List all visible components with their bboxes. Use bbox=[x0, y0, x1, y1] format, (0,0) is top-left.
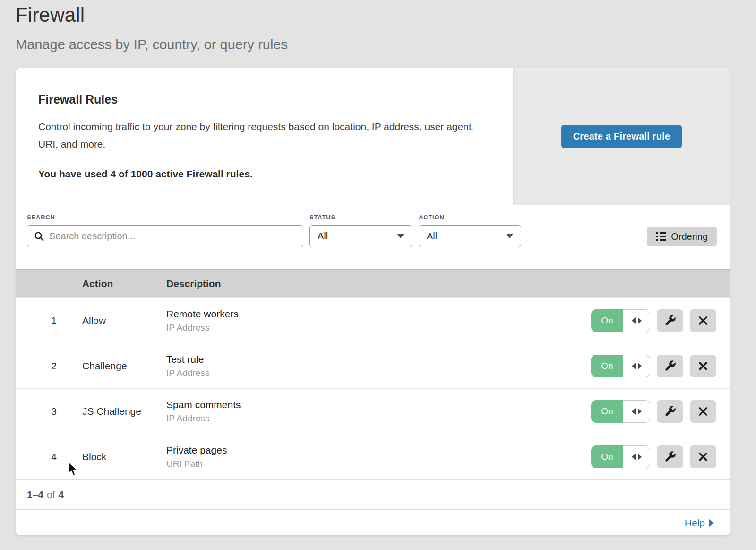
wrench-icon bbox=[664, 405, 677, 418]
arrow-right-icon bbox=[638, 454, 642, 460]
rule-action: Challenge bbox=[82, 343, 127, 389]
toggle-on-label: On bbox=[591, 355, 623, 377]
delete-rule-button[interactable] bbox=[690, 309, 716, 332]
arrow-right-icon bbox=[709, 519, 714, 527]
ordering-button-label: Ordering bbox=[671, 231, 708, 242]
pagination-range: 1–4 bbox=[27, 489, 43, 500]
firewall-rules-card: Firewall Rules Control incoming traffic … bbox=[16, 68, 730, 536]
arrow-left-icon bbox=[632, 317, 636, 324]
column-header-description: Description bbox=[166, 270, 221, 298]
card-footer: Help bbox=[16, 509, 730, 536]
page-title: Firewall bbox=[16, 4, 288, 26]
rule-title: Private pages bbox=[166, 445, 227, 456]
wrench-icon bbox=[664, 314, 677, 327]
toggle-handle[interactable] bbox=[623, 309, 650, 332]
rule-description: Private pages URI Path bbox=[166, 445, 227, 469]
rule-match-type: IP Address bbox=[166, 413, 241, 424]
action-label: ACTION bbox=[419, 214, 445, 221]
rules-usage-text: You have used 4 of 1000 active Firewall … bbox=[38, 168, 494, 180]
rule-priority: 4 bbox=[43, 434, 64, 480]
toggle-on-label: On bbox=[591, 400, 623, 423]
help-link[interactable]: Help bbox=[685, 517, 714, 529]
edit-rule-button[interactable] bbox=[657, 445, 683, 468]
toggle-handle[interactable] bbox=[623, 445, 650, 468]
close-icon bbox=[697, 451, 709, 463]
rule-priority: 3 bbox=[43, 389, 64, 434]
toggle-handle[interactable] bbox=[623, 400, 650, 423]
rule-match-type: IP Address bbox=[166, 323, 239, 333]
pagination-total: 4 bbox=[59, 489, 64, 500]
search-input[interactable] bbox=[49, 231, 296, 242]
delete-rule-button[interactable] bbox=[690, 400, 716, 423]
arrow-right-icon bbox=[638, 363, 642, 369]
arrow-right-icon bbox=[638, 317, 642, 324]
toggle-on-label: On bbox=[591, 309, 623, 332]
rule-enabled-toggle[interactable]: On bbox=[591, 445, 650, 468]
rules-description: Control incoming traffic to your zone by… bbox=[38, 118, 487, 153]
edit-rule-button[interactable] bbox=[657, 355, 683, 377]
table-header: Action Description bbox=[16, 269, 730, 297]
close-icon bbox=[697, 406, 709, 417]
rule-action: Allow bbox=[82, 298, 106, 343]
filter-bar: SEARCH STATUS ACTION All All Ordering bbox=[16, 205, 730, 269]
table-row: 1 Allow Remote workers IP Address On bbox=[16, 297, 730, 343]
arrow-left-icon bbox=[632, 408, 636, 415]
action-select-value: All bbox=[427, 231, 437, 242]
help-link-label: Help bbox=[685, 517, 705, 529]
create-firewall-rule-button[interactable]: Create a Firewall rule bbox=[561, 125, 682, 148]
rule-title: Spam comments bbox=[166, 399, 241, 410]
chevron-down-icon bbox=[397, 234, 404, 238]
close-icon bbox=[697, 360, 709, 372]
rule-match-type: URI Path bbox=[166, 459, 227, 469]
pagination-of-label: of bbox=[47, 489, 55, 500]
rules-overview-section: Firewall Rules Control incoming traffic … bbox=[16, 68, 730, 205]
rule-priority: 2 bbox=[43, 343, 64, 389]
list-icon bbox=[656, 232, 666, 241]
rule-controls: On bbox=[591, 355, 716, 377]
rule-description: Spam comments IP Address bbox=[166, 399, 241, 424]
rule-action: JS Challenge bbox=[82, 389, 141, 434]
page-subtitle: Manage access by IP, country, or query r… bbox=[16, 37, 288, 52]
action-select[interactable]: All bbox=[419, 225, 521, 247]
rule-description: Test rule IP Address bbox=[166, 354, 210, 378]
rule-enabled-toggle[interactable]: On bbox=[591, 309, 650, 332]
search-label: SEARCH bbox=[27, 214, 55, 221]
search-box[interactable] bbox=[27, 225, 303, 247]
rule-controls: On bbox=[591, 309, 716, 332]
close-icon bbox=[697, 315, 709, 326]
toggle-handle[interactable] bbox=[623, 355, 650, 377]
status-select[interactable]: All bbox=[309, 225, 412, 247]
edit-rule-button[interactable] bbox=[657, 400, 683, 423]
search-icon bbox=[34, 231, 44, 242]
wrench-icon bbox=[664, 450, 677, 463]
rule-controls: On bbox=[591, 400, 716, 423]
chevron-down-icon bbox=[507, 234, 513, 238]
rule-description: Remote workers IP Address bbox=[166, 308, 239, 333]
wrench-icon bbox=[664, 359, 677, 372]
edit-rule-button[interactable] bbox=[657, 309, 683, 332]
delete-rule-button[interactable] bbox=[690, 355, 716, 377]
status-label: STATUS bbox=[309, 214, 335, 221]
rule-title: Test rule bbox=[166, 354, 210, 365]
toggle-on-label: On bbox=[591, 445, 623, 468]
rules-heading: Firewall Rules bbox=[38, 93, 494, 106]
rule-action: Block bbox=[82, 434, 106, 480]
table-row: 3 JS Challenge Spam comments IP Address … bbox=[16, 388, 730, 434]
table-row: 2 Challenge Test rule IP Address On bbox=[16, 343, 730, 388]
arrow-right-icon bbox=[638, 408, 642, 415]
rule-title: Remote workers bbox=[166, 308, 239, 320]
arrow-left-icon bbox=[632, 454, 636, 460]
rule-enabled-toggle[interactable]: On bbox=[591, 400, 650, 423]
status-select-value: All bbox=[318, 231, 328, 242]
page-header: Firewall Manage access by IP, country, o… bbox=[16, 4, 288, 52]
delete-rule-button[interactable] bbox=[690, 445, 716, 468]
pagination: 1–4 of 4 bbox=[16, 479, 730, 509]
ordering-button[interactable]: Ordering bbox=[647, 227, 717, 246]
table-row: 4 Block Private pages URI Path On bbox=[16, 434, 730, 479]
rule-match-type: IP Address bbox=[166, 368, 210, 378]
arrow-left-icon bbox=[632, 363, 636, 369]
rule-controls: On bbox=[591, 445, 716, 468]
rule-priority: 1 bbox=[43, 298, 64, 343]
rules-info: Firewall Rules Control incoming traffic … bbox=[16, 68, 513, 205]
rule-enabled-toggle[interactable]: On bbox=[591, 355, 650, 377]
